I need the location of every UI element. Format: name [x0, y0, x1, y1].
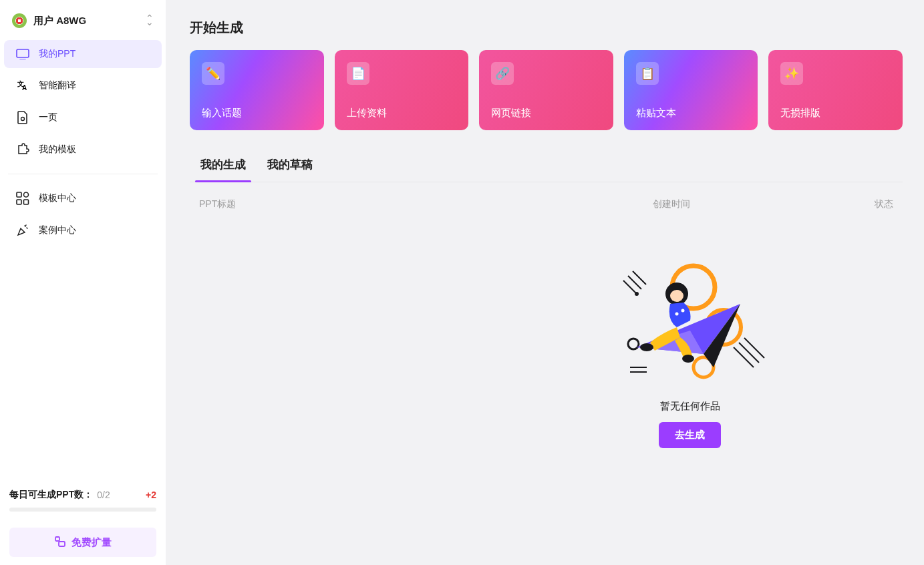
- svg-point-3: [21, 118, 25, 121]
- sidebar: 用户 A8WG ⌃⌄ 我的PPT 文A 智能翻译 一页 我的模板 模板中心: [0, 0, 166, 565]
- section-title: 开始生成: [190, 19, 903, 37]
- quota-progress: [9, 508, 156, 512]
- sidebar-item-label: 我的模板: [39, 144, 76, 156]
- generate-cards: ✏️ 输入话题 📄 上传资料 🔗 网页链接 📋 粘贴文本 ✨ 无损排版: [190, 50, 903, 130]
- card-web-link[interactable]: 🔗 网页链接: [479, 50, 613, 130]
- free-expand-button[interactable]: 免费扩量: [9, 528, 156, 557]
- sidebar-item-template-center[interactable]: 模板中心: [4, 184, 162, 213]
- go-generate-button[interactable]: 去生成: [659, 422, 721, 448]
- card-paste-text[interactable]: 📋 粘贴文本: [624, 50, 758, 130]
- svg-point-20: [681, 309, 684, 313]
- quota-plus[interactable]: +2: [146, 490, 156, 500]
- quota-row: 每日可生成PPT数： 0/2 +2: [0, 489, 166, 508]
- col-status: 状态: [826, 198, 893, 210]
- pencil-icon: ✏️: [202, 62, 224, 85]
- sidebar-item-translate[interactable]: 文A 智能翻译: [4, 71, 162, 100]
- svg-text:A: A: [22, 84, 27, 91]
- svg-point-19: [675, 313, 678, 316]
- file-icon: 📄: [347, 62, 369, 85]
- avatar: [12, 13, 27, 28]
- table-header: PPT标题 创建时间 状态: [190, 182, 903, 217]
- svg-point-5: [24, 192, 29, 197]
- sidebar-item-label: 我的PPT: [39, 48, 75, 60]
- empty-text: 暂无任何作品: [660, 400, 720, 413]
- slides-icon: [16, 49, 29, 59]
- empty-illustration: [613, 257, 767, 384]
- sidebar-item-label: 模板中心: [39, 192, 76, 204]
- sidebar-item-label: 案例中心: [39, 224, 76, 236]
- card-label: 上传资料: [347, 107, 457, 120]
- divider: [8, 174, 158, 174]
- card-label: 输入话题: [202, 107, 312, 120]
- user-menu[interactable]: 用户 A8WG ⌃⌄: [0, 0, 166, 39]
- svg-rect-6: [17, 200, 21, 204]
- expand-icon: [54, 536, 66, 550]
- svg-rect-9: [59, 542, 65, 546]
- party-icon: [16, 224, 29, 237]
- card-input-topic[interactable]: ✏️ 输入话题: [190, 50, 324, 130]
- sidebar-item-case-center[interactable]: 案例中心: [4, 216, 162, 245]
- col-create-time: 创建时间: [653, 198, 826, 210]
- svg-point-22: [682, 355, 694, 363]
- svg-rect-7: [24, 200, 29, 204]
- grid-icon: [16, 192, 29, 205]
- svg-point-23: [635, 292, 639, 296]
- card-label: 网页链接: [491, 107, 601, 120]
- user-name: 用户 A8WG: [33, 15, 139, 27]
- svg-point-13: [628, 339, 639, 349]
- tab-my-generations[interactable]: 我的生成: [199, 153, 247, 182]
- sidebar-item-my-ppt[interactable]: 我的PPT: [4, 40, 162, 68]
- translate-icon: 文A: [16, 79, 29, 92]
- empty-state: 暂无任何作品 去生成: [190, 217, 903, 552]
- sidebar-item-my-templates[interactable]: 我的模板: [4, 135, 162, 164]
- col-ppt-title: PPT标题: [199, 198, 653, 210]
- quota-label: 每日可生成PPT数：: [9, 489, 93, 501]
- page-icon: [16, 111, 29, 124]
- svg-rect-8: [55, 537, 59, 541]
- card-label: 粘贴文本: [636, 107, 746, 120]
- link-icon: 🔗: [491, 62, 514, 85]
- card-lossless-layout[interactable]: ✨ 无损排版: [768, 50, 903, 130]
- expand-label: 免费扩量: [71, 536, 112, 549]
- chevron-updown-icon: ⌃⌄: [146, 15, 154, 26]
- svg-point-21: [640, 343, 653, 351]
- sidebar-item-label: 一页: [39, 112, 57, 124]
- svg-rect-0: [17, 49, 29, 57]
- card-label: 无损排版: [780, 107, 891, 120]
- clipboard-icon: 📋: [636, 62, 659, 85]
- main: 开始生成 ✏️ 输入话题 📄 上传资料 🔗 网页链接 📋 粘贴文本 ✨ 无损排版…: [166, 0, 924, 565]
- tab-my-drafts[interactable]: 我的草稿: [266, 153, 314, 182]
- sidebar-item-label: 智能翻译: [39, 79, 76, 91]
- sparkle-icon: ✨: [780, 62, 803, 85]
- tabs: 我的生成 我的草稿: [190, 153, 903, 182]
- sidebar-item-one-page[interactable]: 一页: [4, 103, 162, 132]
- card-upload[interactable]: 📄 上传资料: [335, 50, 469, 130]
- puzzle-icon: [16, 143, 29, 156]
- svg-rect-4: [17, 192, 21, 197]
- svg-point-18: [670, 290, 683, 302]
- quota-value: 0/2: [97, 490, 110, 500]
